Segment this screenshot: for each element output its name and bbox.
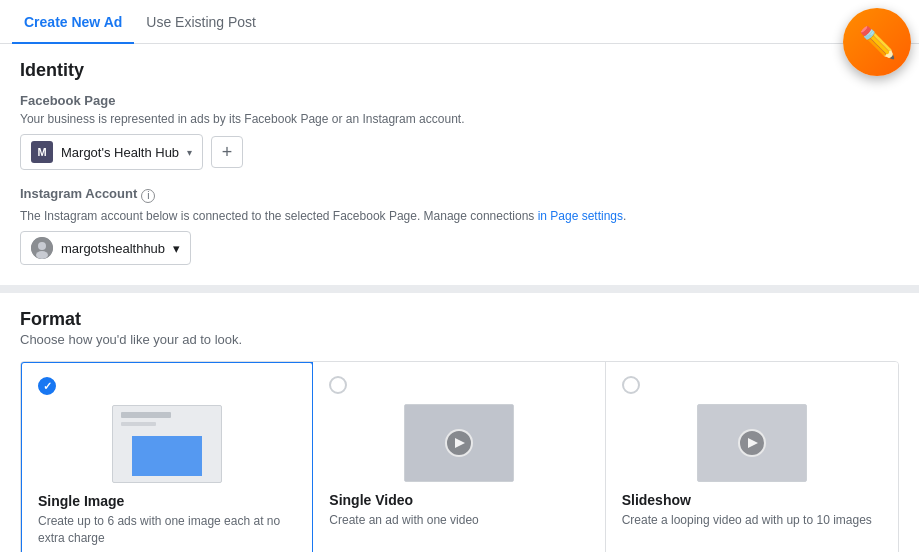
play-triangle xyxy=(455,438,465,448)
slideshow-play-triangle xyxy=(748,438,758,448)
instagram-desc: The Instagram account below is connected… xyxy=(20,209,626,223)
format-cards: Single Image Create up to 6 ads with one… xyxy=(20,361,899,552)
facebook-page-caret: ▾ xyxy=(187,147,192,158)
facebook-page-dropdown[interactable]: M Margot's Health Hub ▾ xyxy=(20,134,203,170)
instagram-label-row: Instagram Account i xyxy=(20,186,155,205)
format-card-single-image[interactable]: Single Image Create up to 6 ads with one… xyxy=(20,361,314,552)
instagram-selected: margotshealthhub xyxy=(61,241,165,256)
instagram-caret: ▾ xyxy=(173,241,180,256)
facebook-page-avatar: M xyxy=(31,141,53,163)
radio-single-image xyxy=(38,377,56,395)
facebook-page-selected: Margot's Health Hub xyxy=(61,145,179,160)
single-image-preview xyxy=(38,405,296,483)
facebook-page-desc: Your business is represented in ads by i… xyxy=(20,112,899,126)
radio-row-single-video xyxy=(329,376,347,394)
single-video-mock xyxy=(404,404,514,482)
instagram-desc-text: The Instagram account below is connected… xyxy=(20,209,538,223)
single-image-title: Single Image xyxy=(38,493,124,509)
pencil-decoration xyxy=(843,8,911,76)
format-card-single-video[interactable]: Single Video Create an ad with one video xyxy=(313,362,605,552)
single-image-desc: Create up to 6 ads with one image each a… xyxy=(38,513,296,547)
format-section: Format Choose how you'd like your ad to … xyxy=(0,293,919,552)
single-video-preview xyxy=(329,404,588,482)
format-subtitle: Choose how you'd like your ad to look. xyxy=(20,332,899,347)
radio-slideshow xyxy=(622,376,640,394)
single-video-desc: Create an ad with one video xyxy=(329,512,478,529)
page-settings-link[interactable]: in Page settings xyxy=(538,209,623,223)
tab-use-existing-post[interactable]: Use Existing Post xyxy=(134,0,268,44)
radio-row-single-image xyxy=(38,377,56,395)
format-title: Format xyxy=(20,309,899,330)
pencil-circle xyxy=(843,8,911,76)
mock-top-bar xyxy=(121,412,171,418)
slideshow-title: Slideshow xyxy=(622,492,691,508)
facebook-page-field: Facebook Page Your business is represent… xyxy=(20,93,899,170)
single-video-title: Single Video xyxy=(329,492,413,508)
radio-row-slideshow xyxy=(622,376,640,394)
instagram-info-icon[interactable]: i xyxy=(141,189,155,203)
radio-single-video xyxy=(329,376,347,394)
svg-point-2 xyxy=(36,251,48,259)
facebook-page-row: M Margot's Health Hub ▾ + xyxy=(20,134,899,170)
tab-create-new-ad[interactable]: Create New Ad xyxy=(12,0,134,44)
format-card-slideshow[interactable]: Slideshow Create a looping video ad with… xyxy=(606,362,898,552)
svg-point-1 xyxy=(38,242,46,250)
play-button-icon xyxy=(445,429,473,457)
mock-top-bar2 xyxy=(121,422,156,426)
slideshow-mock xyxy=(697,404,807,482)
identity-section: Identity Facebook Page Your business is … xyxy=(0,44,919,293)
add-page-button[interactable]: + xyxy=(211,136,243,168)
single-image-mock xyxy=(112,405,222,483)
slideshow-play-icon xyxy=(738,429,766,457)
instagram-desc-suffix: . xyxy=(623,209,626,223)
slideshow-preview xyxy=(622,404,882,482)
facebook-page-label: Facebook Page xyxy=(20,93,899,108)
slideshow-desc: Create a looping video ad with up to 10 … xyxy=(622,512,872,529)
instagram-account-dropdown[interactable]: margotshealthhub ▾ xyxy=(20,231,191,265)
instagram-field: Instagram Account i The Instagram accoun… xyxy=(20,186,899,265)
tabs-container: Create New Ad Use Existing Post xyxy=(0,0,919,44)
mock-image-block xyxy=(132,436,202,476)
instagram-label: Instagram Account xyxy=(20,186,137,201)
instagram-avatar xyxy=(31,237,53,259)
identity-title: Identity xyxy=(20,60,899,81)
